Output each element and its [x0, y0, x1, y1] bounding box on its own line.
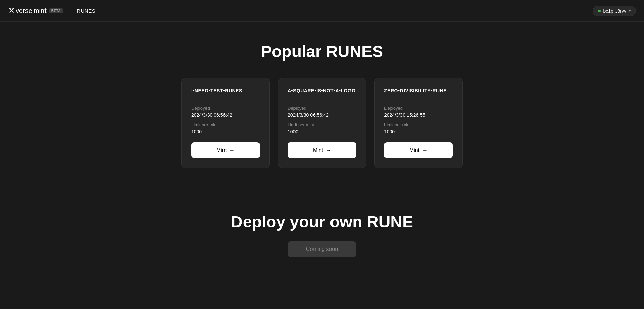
page-title: Popular RUNES	[261, 42, 383, 61]
rune-card-deployed-label-0: Deployed	[191, 106, 260, 111]
navbar-left: ✕ verse mint BETA RUNES	[8, 6, 95, 16]
mint-label-2: Mint	[409, 147, 419, 153]
cards-row: I•NEED•TEST•RUNES Deployed 2024/3/30 06:…	[181, 78, 463, 168]
mint-arrow-icon-0: →	[229, 147, 235, 153]
rune-card-deployed-value-2: 2024/3/30 15:26:55	[384, 112, 453, 118]
deploy-title: Deploy your own RUNE	[231, 212, 413, 231]
logo-text: ✕ verse mint	[8, 6, 47, 15]
section-divider	[220, 192, 424, 192]
rune-card-limit-value-2: 1000	[384, 129, 453, 134]
wallet-status-dot	[598, 10, 601, 12]
rune-card-name-2: ZERO•DIVISIBILITY•RUNE	[384, 88, 453, 94]
mint-arrow-icon-1: →	[326, 147, 331, 153]
mint-button-0[interactable]: Mint →	[191, 142, 260, 158]
logo-x-icon: ✕	[8, 6, 14, 15]
rune-card-limit-value-0: 1000	[191, 129, 260, 134]
rune-card-deployed-field-0: Deployed 2024/3/30 06:56:42	[191, 106, 260, 118]
rune-card-divider-0	[191, 99, 260, 99]
rune-card-limit-label-0: Limit per mint	[191, 122, 260, 127]
rune-card-divider-2	[384, 99, 453, 99]
mint-button-1[interactable]: Mint →	[288, 142, 356, 158]
logo-mint: mint	[34, 7, 47, 15]
rune-card-deployed-label-1: Deployed	[288, 106, 356, 111]
rune-card-divider-1	[288, 99, 356, 99]
main-content: Popular RUNES I•NEED•TEST•RUNES Deployed…	[0, 22, 644, 284]
rune-card-name-1: A•SQUARE•IS•NOT•A•LOGO	[288, 88, 356, 94]
rune-card-deployed-field-2: Deployed 2024/3/30 15:26:55	[384, 106, 453, 118]
deploy-section: Deploy your own RUNE Coming soon	[231, 212, 413, 257]
rune-card-deployed-value-1: 2024/3/30 06:56:42	[288, 112, 356, 118]
mint-label-1: Mint	[313, 147, 323, 153]
rune-card-limit-value-1: 1000	[288, 129, 356, 134]
navbar: ✕ verse mint BETA RUNES bc1p...8rvv ▾	[0, 0, 644, 22]
logo-area: ✕ verse mint BETA	[8, 6, 63, 15]
rune-card-deployed-field-1: Deployed 2024/3/30 06:56:42	[288, 106, 356, 118]
rune-card-limit-label-2: Limit per mint	[384, 122, 453, 127]
rune-card-limit-field-1: Limit per mint 1000	[288, 122, 356, 134]
rune-card-limit-label-1: Limit per mint	[288, 122, 356, 127]
mint-arrow-icon-2: →	[422, 147, 428, 153]
nav-divider	[70, 6, 70, 16]
chevron-down-icon: ▾	[629, 9, 631, 13]
rune-card-deployed-value-0: 2024/3/30 06:56:42	[191, 112, 260, 118]
rune-card-2: ZERO•DIVISIBILITY•RUNE Deployed 2024/3/3…	[374, 78, 463, 168]
beta-badge: BETA	[49, 8, 63, 13]
mint-button-2[interactable]: Mint →	[384, 142, 453, 158]
rune-card-limit-field-0: Limit per mint 1000	[191, 122, 260, 134]
rune-card-deployed-label-2: Deployed	[384, 106, 453, 111]
rune-card-limit-field-2: Limit per mint 1000	[384, 122, 453, 134]
wallet-address: bc1p...8rvv	[603, 8, 626, 14]
logo-verse: verse	[16, 7, 32, 15]
mint-label-0: Mint	[216, 147, 227, 153]
rune-card-name-0: I•NEED•TEST•RUNES	[191, 88, 260, 94]
coming-soon-button: Coming soon	[288, 241, 356, 257]
nav-runes-link[interactable]: RUNES	[77, 8, 95, 14]
rune-card-0: I•NEED•TEST•RUNES Deployed 2024/3/30 06:…	[181, 78, 270, 168]
rune-card-1: A•SQUARE•IS•NOT•A•LOGO Deployed 2024/3/3…	[278, 78, 366, 168]
wallet-button[interactable]: bc1p...8rvv ▾	[593, 6, 636, 16]
